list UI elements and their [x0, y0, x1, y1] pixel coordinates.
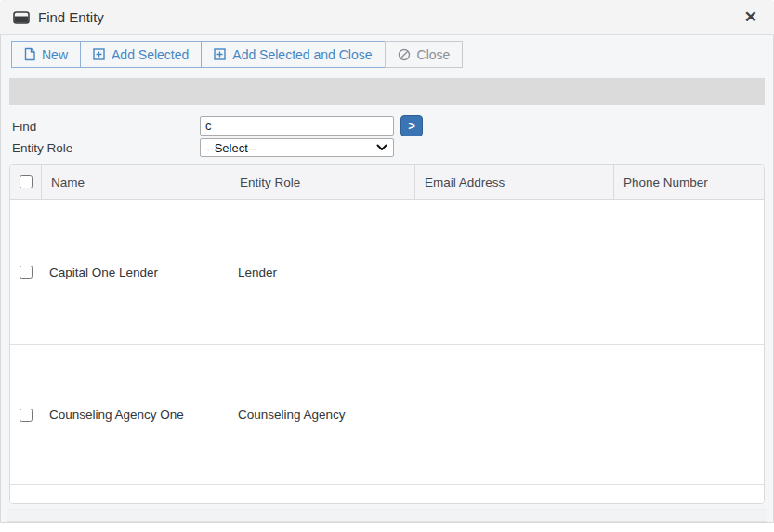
find-input[interactable]: [200, 116, 394, 136]
header-entity-role: Entity Role: [230, 165, 415, 199]
add-selected-and-close-button-label: Add Selected and Close: [232, 47, 372, 62]
cell-name: Capital One Lender: [42, 266, 230, 279]
header-name: Name: [42, 165, 230, 199]
add-selected-and-close-button[interactable]: Add Selected and Close: [201, 41, 385, 68]
select-all-checkbox[interactable]: [20, 175, 33, 188]
row-checkbox[interactable]: [20, 409, 33, 422]
new-document-icon: [24, 47, 35, 61]
entity-results-table: Name Entity Role Email Address Phone Num…: [9, 164, 765, 504]
new-button-label: New: [42, 47, 68, 62]
table-row[interactable]: Capital One Lender Lender: [10, 200, 764, 345]
cell-entity-role: Counseling Agency: [230, 408, 415, 422]
find-entity-dialog: Find Entity ✕ New Add Selected: [0, 0, 774, 532]
plus-square-icon: [214, 48, 226, 60]
search-go-button[interactable]: >: [400, 115, 423, 136]
row-checkbox-cell: [10, 409, 42, 422]
cancel-circle-icon: [398, 48, 411, 61]
table-header-row: Name Entity Role Email Address Phone Num…: [10, 165, 764, 200]
row-checkbox-cell: [10, 266, 42, 279]
dialog-footer-strip: [7, 509, 767, 522]
dialog-title: Find Entity: [38, 9, 104, 25]
table-row[interactable]: Counseling Agency One Counseling Agency: [10, 345, 764, 485]
close-button-label: Close: [417, 47, 451, 62]
close-icon[interactable]: ✕: [744, 7, 757, 28]
window-icon: [13, 11, 30, 24]
new-button[interactable]: New: [11, 41, 81, 68]
header-email-address: Email Address: [415, 165, 614, 199]
entity-role-select[interactable]: --Select--: [200, 138, 394, 157]
dialog-toolbar: New Add Selected Add Selected and Close: [11, 41, 463, 68]
entity-role-selected-value: --Select--: [206, 141, 376, 155]
toolbar-separator-bar: [9, 78, 765, 105]
add-selected-button[interactable]: Add Selected: [80, 41, 202, 68]
select-all-cell: [10, 165, 42, 199]
chevron-down-icon: [376, 144, 387, 151]
table-empty-area: [10, 485, 764, 503]
row-checkbox[interactable]: [20, 266, 33, 279]
add-selected-button-label: Add Selected: [112, 47, 189, 62]
cell-entity-role: Lender: [230, 266, 415, 279]
find-label: Find: [12, 120, 36, 134]
cell-name: Counseling Agency One: [42, 408, 230, 422]
header-phone-number: Phone Number: [614, 165, 764, 199]
entity-role-label: Entity Role: [12, 141, 72, 155]
plus-square-icon: [93, 48, 105, 60]
dialog-titlebar: Find Entity ✕: [0, 0, 774, 35]
close-button[interactable]: Close: [385, 41, 464, 68]
